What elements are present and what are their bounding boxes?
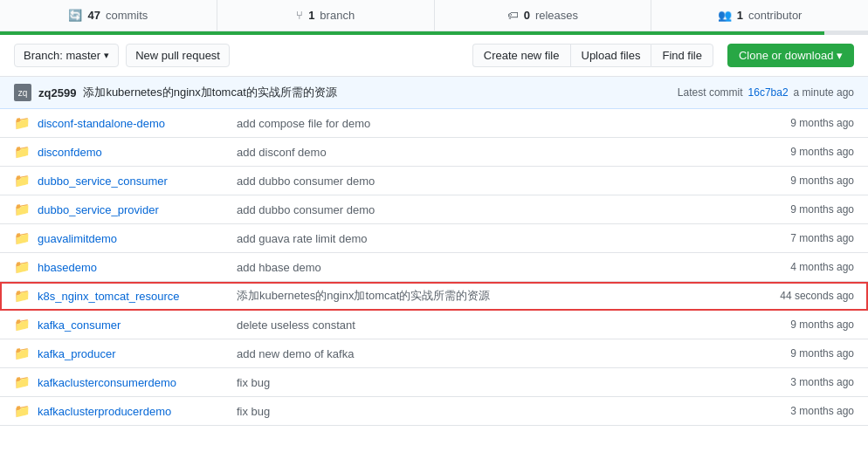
create-new-file-button[interactable]: Create new file xyxy=(472,44,570,67)
file-name[interactable]: dubbo_service_consumer xyxy=(38,175,230,188)
file-name[interactable]: dubbo_service_provider xyxy=(38,203,230,216)
file-time: 44 seconds ago xyxy=(749,290,854,302)
commits-stat[interactable]: 🔄 47 commits xyxy=(0,0,217,31)
folder-icon: 📁 xyxy=(14,288,31,304)
file-commit-message: fix bug xyxy=(237,376,742,389)
table-row: 📁 dubbo_service_consumer add dubbo consu… xyxy=(0,167,868,195)
contributor-count: 1 xyxy=(737,9,743,22)
file-commit-message: add dubbo consumer demo xyxy=(237,175,742,188)
file-time: 9 months ago xyxy=(749,203,854,216)
file-commit-message: 添加kubernetes的nginx加tomcat的实战所需的资源 xyxy=(237,288,742,304)
folder-icon: 📁 xyxy=(14,144,31,160)
releases-count: 0 xyxy=(524,9,530,22)
folder-icon: 📁 xyxy=(14,403,31,419)
repo-toolbar: Branch: master ▾ New pull request Create… xyxy=(0,35,868,77)
folder-icon: 📁 xyxy=(14,259,31,275)
table-row: 📁 kafka_consumer delete useless constant… xyxy=(0,311,868,339)
file-commit-message: add hbase demo xyxy=(237,261,742,274)
table-row: 📁 k8s_nginx_tomcat_resource 添加kubernetes… xyxy=(0,282,868,311)
branch-caret-icon: ▾ xyxy=(104,50,109,61)
file-name[interactable]: disconfdemo xyxy=(38,146,230,159)
releases-icon: 🏷 xyxy=(507,9,519,22)
commit-time: a minute ago xyxy=(794,86,854,99)
branch-label: branch xyxy=(320,9,355,22)
file-name[interactable]: kafkaclusterproducerdemo xyxy=(38,405,230,418)
folder-icon: 📁 xyxy=(14,230,31,246)
contributor-stat[interactable]: 👥 1 contributor xyxy=(651,0,868,31)
branch-selector-label: Branch: master xyxy=(24,49,100,62)
avatar: zq xyxy=(14,84,31,101)
file-time: 9 months ago xyxy=(749,117,854,129)
file-time: 9 months ago xyxy=(749,146,854,158)
file-name[interactable]: kafkaclusterconsumerdemo xyxy=(38,376,230,389)
commit-hash[interactable]: 16c7ba2 xyxy=(748,86,789,99)
table-row: 📁 kafkaclusterproducerdemo fix bug 3 mon… xyxy=(0,397,868,426)
table-row: 📁 disconfdemo add disconf demo 9 months … xyxy=(0,138,868,167)
commit-author[interactable]: zq2599 xyxy=(38,86,76,99)
commits-icon: 🔄 xyxy=(68,9,82,22)
table-row: 📁 dubbo_service_provider add dubbo consu… xyxy=(0,195,868,224)
table-row: 📁 disconf-standalone-demo add compose fi… xyxy=(0,109,868,138)
new-pull-request-button[interactable]: New pull request xyxy=(126,44,230,67)
file-time: 3 months ago xyxy=(749,405,854,417)
file-time: 3 months ago xyxy=(749,376,854,388)
language-bar-fill xyxy=(0,31,824,35)
file-commit-message: add guava rate limit demo xyxy=(237,232,742,245)
new-pr-label: New pull request xyxy=(135,49,220,62)
folder-icon: 📁 xyxy=(14,115,31,131)
branch-selector[interactable]: Branch: master ▾ xyxy=(14,44,119,67)
file-commit-message: delete useless constant xyxy=(237,319,742,332)
action-buttons-group: Create new file Upload files Find file xyxy=(472,44,713,67)
releases-stat[interactable]: 🏷 0 releases xyxy=(435,0,652,31)
table-row: 📁 kafkaclusterconsumerdemo fix bug 3 mon… xyxy=(0,368,868,397)
file-name[interactable]: kafka_producer xyxy=(38,347,230,360)
branch-count: 1 xyxy=(308,9,314,22)
file-commit-message: add disconf demo xyxy=(237,146,742,159)
table-row: 📁 guavalimitdemo add guava rate limit de… xyxy=(0,224,868,253)
file-commit-message: add new demo of kafka xyxy=(237,347,742,360)
file-commit-message: fix bug xyxy=(237,405,742,418)
table-row: 📁 hbasedemo add hbase demo 4 months ago xyxy=(0,253,868,282)
folder-icon: 📁 xyxy=(14,346,31,361)
latest-commit-bar: zq zq2599 添加kubernetes的nginx加tomcat的实战所需… xyxy=(0,77,868,109)
folder-icon: 📁 xyxy=(14,202,31,217)
upload-files-button[interactable]: Upload files xyxy=(570,44,651,67)
file-time: 7 months ago xyxy=(749,232,854,244)
clone-or-download-button[interactable]: Clone or download ▾ xyxy=(727,44,854,67)
folder-icon: 📁 xyxy=(14,374,31,390)
file-time: 9 months ago xyxy=(749,175,854,187)
contributor-label: contributor xyxy=(748,9,802,22)
folder-icon: 📁 xyxy=(14,173,31,188)
table-row: 📁 kafka_producer add new demo of kafka 9… xyxy=(0,339,868,368)
file-time: 4 months ago xyxy=(749,261,854,273)
releases-label: releases xyxy=(535,9,578,22)
commit-meta: Latest commit 16c7ba2 a minute ago xyxy=(678,86,854,99)
file-name[interactable]: kafka_consumer xyxy=(38,319,230,332)
commit-message: 添加kubernetes的nginx加tomcat的实战所需的资源 xyxy=(83,85,336,100)
language-bar xyxy=(0,31,868,35)
file-name[interactable]: hbasedemo xyxy=(38,261,230,274)
branch-stat[interactable]: ⑂ 1 branch xyxy=(217,0,435,31)
branch-icon: ⑂ xyxy=(296,9,303,22)
commits-count: 47 xyxy=(87,9,100,22)
file-name[interactable]: guavalimitdemo xyxy=(38,232,230,245)
file-commit-message: add compose file for demo xyxy=(237,117,742,130)
stats-bar: 🔄 47 commits ⑂ 1 branch 🏷 0 releases 👥 1… xyxy=(0,0,868,31)
find-file-button[interactable]: Find file xyxy=(651,44,713,67)
folder-icon: 📁 xyxy=(14,317,31,332)
file-name[interactable]: k8s_nginx_tomcat_resource xyxy=(38,290,230,303)
latest-commit-label: Latest commit xyxy=(678,86,743,99)
file-time: 9 months ago xyxy=(749,347,854,360)
commits-label: commits xyxy=(106,9,148,22)
file-name[interactable]: disconf-standalone-demo xyxy=(38,117,230,130)
file-time: 9 months ago xyxy=(749,319,854,331)
file-commit-message: add dubbo consumer demo xyxy=(237,203,742,216)
clone-label: Clone or download ▾ xyxy=(739,49,843,62)
file-list: 📁 disconf-standalone-demo add compose fi… xyxy=(0,109,868,426)
contributor-icon: 👥 xyxy=(718,9,732,22)
